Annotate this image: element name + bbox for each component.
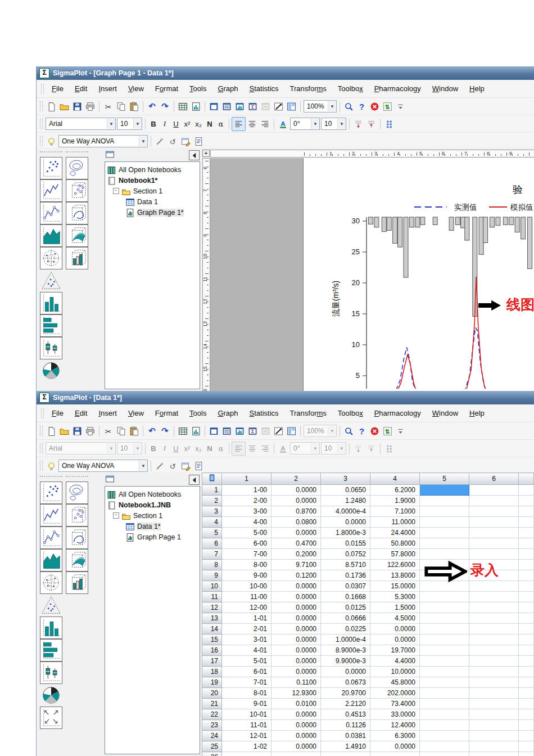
tree-item-notebook1-jnb[interactable]: Notebook1.JNB [105,500,200,510]
cell-r24c2[interactable]: 0.0000 [271,731,321,741]
cell-r13c1[interactable]: 1-01 [222,613,271,624]
bulb-button[interactable] [45,135,58,148]
ternary-plot-icon[interactable] [40,594,62,616]
italic-button[interactable]: I [159,118,170,130]
toolbar-grip[interactable] [40,119,43,129]
cell-clipped[interactable] [519,699,534,709]
scatter-plot-icon[interactable] [40,482,62,504]
cell-clipped[interactable] [519,720,534,731]
ternary-plot-icon[interactable] [40,269,62,292]
cell-r15c2[interactable]: 0.0000 [271,634,321,645]
spacedec-button[interactable] [352,442,365,455]
cell-clipped[interactable] [519,709,534,720]
text-rotation-combo[interactable]: 0°▼ [290,118,320,130]
auditwin-button[interactable] [259,425,272,438]
curve3d-plot-icon[interactable] [66,202,88,224]
cell-r16c1[interactable]: 4-01 [222,645,271,656]
toolbar-grip[interactable] [40,443,43,453]
save-button[interactable] [71,100,84,113]
pagewin-button[interactable] [207,100,220,113]
font-size-combo[interactable]: 10▼ [117,118,142,130]
cell-r17c1[interactable]: 5-01 [222,656,271,667]
subscript-button[interactable]: x₂ [193,442,204,455]
cell-r7c1[interactable]: 7-00 [222,549,271,560]
cell-r19c1[interactable]: 7-01 [222,677,271,688]
cell-r24c6[interactable] [469,731,519,741]
cell-clipped[interactable] [519,613,534,624]
cell-r21c4[interactable]: 73.4000 [370,699,420,709]
cell-r5c4[interactable]: 24.4000 [370,528,420,538]
column-header-6[interactable]: 6 [469,473,519,485]
row-header-18[interactable]: 18 [202,667,222,677]
cell-r14c1[interactable]: 2-01 [222,624,271,634]
cell-r15c3[interactable]: 1.0000e-4 [321,634,370,645]
menu-help[interactable]: Help [464,407,490,419]
linescatter-plot-icon[interactable] [40,202,62,224]
cell-r18c5[interactable] [420,667,469,677]
menu-file[interactable]: File [46,83,69,94]
row-header-19[interactable]: 19 [202,677,222,688]
cell-r15c1[interactable]: 3-01 [222,634,271,645]
row-header-1[interactable]: 1 [202,485,222,496]
cell-r11c3[interactable]: 0.1668 [321,592,370,602]
cell-r12c1[interactable]: 12-00 [222,602,271,613]
cell-r12c4[interactable]: 1.5000 [370,602,420,613]
cell-r18c6[interactable] [469,667,519,677]
cell-r18c2[interactable]: 0.0000 [271,667,321,677]
cell-r19c3[interactable]: 0.0673 [321,677,370,688]
cell-r14c2[interactable]: 0.0000 [271,624,321,634]
open-button[interactable] [58,100,71,113]
paste-button[interactable] [128,425,141,438]
font-family-combo[interactable]: Arial▼ [46,118,116,130]
menu-insert[interactable]: Insert [93,407,123,419]
cell-r25c3[interactable]: 1.4910 [321,741,370,752]
subscript-button[interactable]: x₂ [193,118,204,130]
row-header-10[interactable]: 10 [202,581,222,592]
bulb-button[interactable] [45,460,58,472]
menu-statistics[interactable]: Statistics [244,407,284,419]
statswin-button[interactable]: Σ [246,425,259,438]
cell-r10c2[interactable]: 0.0000 [271,581,321,592]
polar-plot-icon[interactable] [40,572,62,594]
gallery-grip[interactable] [40,151,62,152]
tree-item-graph-page-1[interactable]: Graph Page 1 [105,532,200,542]
cell-r26c5[interactable] [420,752,469,756]
menu-tools[interactable]: Tools [184,407,212,419]
superscript-button[interactable]: x² [182,118,193,130]
menu-graph[interactable]: Graph [212,83,243,94]
save-button[interactable] [71,425,84,438]
vbar-plot-icon[interactable] [40,616,62,639]
menu-statistics[interactable]: Statistics [244,83,284,94]
cell-clipped[interactable] [519,731,534,741]
cell-r16c6[interactable] [469,645,519,656]
cell-r11c6[interactable] [469,592,519,602]
area-plot-icon[interactable] [40,549,62,572]
cell-r13c4[interactable]: 4.5000 [370,613,420,624]
cell-r6c3[interactable]: 0.0155 [321,538,370,549]
cell-r24c5[interactable] [420,731,469,741]
row-header-2[interactable]: 2 [202,496,222,506]
cell-r9c3[interactable]: 0.1736 [321,570,370,581]
cell-r17c5[interactable] [420,656,469,667]
title-bar[interactable]: Σ SigmaPlot - [Graph Page 1 - Data 1*] [37,66,534,80]
cell-r12c6[interactable] [469,602,519,613]
cell-r22c1[interactable]: 10-01 [222,709,271,720]
chevron-down-icon[interactable]: ▼ [107,443,115,453]
cell-r15c6[interactable] [469,634,519,645]
row-header-17[interactable]: 17 [202,656,222,667]
fontcolor-button[interactable]: A [277,442,289,455]
toolbar-grip[interactable] [40,136,43,146]
cell-r10c3[interactable]: 0.0307 [321,581,370,592]
cell-r6c5[interactable] [420,538,469,549]
cell-r2c1[interactable]: 2-00 [222,496,271,506]
cell-r25c4[interactable]: 0.0000 [370,741,420,752]
cell-r3c5[interactable] [420,506,469,517]
cell-r19c5[interactable] [420,677,469,688]
layout-button[interactable] [285,100,298,113]
tree-item-notebook1-[interactable]: Notebook1* [105,175,200,186]
cell-r5c5[interactable] [420,528,469,538]
row-header-3[interactable]: 3 [202,506,222,517]
cell-r2c6[interactable] [469,496,519,506]
zoom-level-combo[interactable]: 100%▼ [304,425,337,437]
column-header-1[interactable]: 1 [222,473,271,485]
